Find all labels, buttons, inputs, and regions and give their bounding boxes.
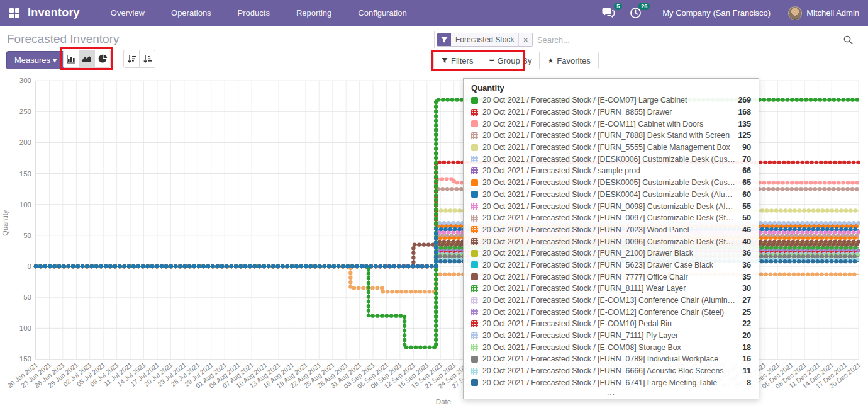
sort-descending-button[interactable] bbox=[123, 50, 140, 68]
nav-item-reporting[interactable]: Reporting bbox=[283, 0, 345, 26]
nav-item-overview[interactable]: Overview bbox=[97, 0, 158, 26]
apps-menu-icon[interactable] bbox=[9, 8, 19, 18]
search-bar[interactable]: Forecasted Stock ✕ bbox=[434, 31, 859, 48]
group-by-button[interactable]: ≡ Group By bbox=[481, 52, 540, 69]
tooltip-row: 20 Oct 2021 / Forecasted Stock / [FURN_8… bbox=[471, 106, 751, 118]
activities-badge: 26 bbox=[638, 3, 650, 10]
series-color-swatch bbox=[471, 167, 478, 174]
tooltip-row-value: 90 bbox=[742, 143, 751, 152]
series-color-swatch bbox=[471, 273, 478, 280]
nav-item-configuration[interactable]: Configuration bbox=[345, 0, 420, 26]
measures-button[interactable]: Measures ▾ bbox=[6, 51, 65, 69]
tooltip-row-label: 20 Oct 2021 / Forecasted Stock / [FURN_6… bbox=[482, 378, 740, 387]
series-color-swatch bbox=[471, 261, 478, 268]
sort-switcher bbox=[123, 50, 155, 68]
tooltip-row-value: 16 bbox=[742, 354, 751, 363]
company-switcher[interactable]: My Company (San Francisco) bbox=[662, 8, 771, 18]
bar-chart-button[interactable] bbox=[63, 50, 79, 68]
tooltip-row-value: 168 bbox=[738, 108, 751, 116]
pie-chart-button[interactable] bbox=[94, 50, 111, 68]
svg-text:-50: -50 bbox=[21, 293, 31, 301]
tooltip-row-value: 36 bbox=[742, 249, 751, 258]
tooltip-row: 20 Oct 2021 / Forecasted Stock / [FURN_5… bbox=[471, 259, 751, 271]
tooltip-row-label: 20 Oct 2021 / Forecasted Stock / [FURN_8… bbox=[482, 108, 732, 116]
tooltip-row-label: 20 Oct 2021 / Forecasted Stock / [DESK00… bbox=[482, 178, 736, 187]
tooltip-row-label: 20 Oct 2021 / Forecasted Stock / [E-COM1… bbox=[482, 319, 736, 328]
filters-button[interactable]: Filters bbox=[433, 52, 481, 69]
filter-funnel-icon bbox=[437, 33, 451, 46]
tooltip-row-value: 25 bbox=[742, 308, 751, 317]
tooltip-row-label: 20 Oct 2021 / Forecasted Stock / [FURN_5… bbox=[482, 143, 736, 152]
sort-ascending-button[interactable] bbox=[139, 50, 155, 68]
tooltip-row-label: 20 Oct 2021 / Forecasted Stock / [E-COM0… bbox=[482, 343, 736, 352]
chat-bubbles-icon bbox=[602, 7, 615, 19]
svg-text:250: 250 bbox=[19, 108, 31, 115]
tooltip-row: 20 Oct 2021 / Forecasted Stock / [E-COM0… bbox=[471, 341, 751, 353]
tooltip-row-label: 20 Oct 2021 / Forecasted Stock / [FURN_0… bbox=[482, 354, 736, 363]
caret-down-icon: ▾ bbox=[53, 55, 57, 65]
tooltip-row-label: 20 Oct 2021 / Forecasted Stock / [DESK00… bbox=[482, 155, 736, 164]
tooltip-row-value: 66 bbox=[742, 166, 751, 175]
facet-remove-icon[interactable]: ✕ bbox=[518, 33, 531, 46]
star-icon: ★ bbox=[547, 57, 554, 65]
tooltip-row: 20 Oct 2021 / Forecasted Stock / [FURN_7… bbox=[471, 271, 751, 283]
tooltip-row: 20 Oct 2021 / Forecasted Stock / [FURN_7… bbox=[471, 224, 751, 236]
svg-text:Date: Date bbox=[436, 398, 451, 405]
series-color-swatch bbox=[471, 332, 478, 339]
tooltip-row-label: 20 Oct 2021 / Forecasted Stock / [FURN_0… bbox=[482, 202, 736, 211]
tooltip-row-value: 125 bbox=[738, 131, 751, 140]
tooltip-row: 20 Oct 2021 / Forecasted Stock / [E-COM1… bbox=[471, 295, 751, 307]
tooltip-row-value: 65 bbox=[742, 178, 751, 187]
tooltip-more-ellipsis: ... bbox=[471, 388, 751, 396]
tooltip-row: 20 Oct 2021 / Forecasted Stock / [DESK00… bbox=[471, 177, 751, 189]
group-by-label: Group By bbox=[498, 56, 532, 65]
tooltip-row-value: 27 bbox=[742, 296, 751, 305]
search-input[interactable] bbox=[537, 35, 843, 45]
series-color-swatch bbox=[471, 144, 478, 151]
series-color-swatch bbox=[471, 297, 478, 304]
tooltip-header: Quantity bbox=[471, 83, 751, 93]
tooltip-row-label: 20 Oct 2021 / Forecasted Stock / [FURN_5… bbox=[482, 261, 736, 269]
svg-text:0: 0 bbox=[28, 263, 31, 270]
svg-text:Quantity: Quantity bbox=[1, 210, 9, 235]
page-title: Forecasted Inventory bbox=[7, 32, 119, 46]
tooltip-row-label: 20 Oct 2021 / Forecasted Stock / [DESK00… bbox=[482, 190, 736, 199]
tooltip-row-value: 36 bbox=[742, 261, 751, 269]
tooltip-row: 20 Oct 2021 / Forecasted Stock / [E-COM1… bbox=[471, 306, 751, 318]
tooltip-row-label: 20 Oct 2021 / Forecasted Stock / [E-COM1… bbox=[482, 308, 736, 317]
tooltip-row-label: 20 Oct 2021 / Forecasted Stock / [E-COM1… bbox=[482, 296, 736, 305]
nav-item-operations[interactable]: Operations bbox=[158, 0, 225, 26]
tooltip-row-label: 20 Oct 2021 / Forecasted Stock / [E-COM0… bbox=[482, 96, 732, 105]
app-brand[interactable]: Inventory bbox=[28, 6, 80, 20]
tooltip-row: 20 Oct 2021 / Forecasted Stock / [FURN_6… bbox=[471, 365, 751, 377]
svg-text:-150: -150 bbox=[17, 355, 31, 363]
tooltip-row-value: 269 bbox=[738, 96, 751, 105]
tooltip-row: 20 Oct 2021 / Forecasted Stock / [FURN_8… bbox=[471, 283, 751, 295]
chart-type-switcher bbox=[63, 50, 111, 68]
messages-icon[interactable]: 5 bbox=[602, 7, 616, 20]
group-by-icon: ≡ bbox=[489, 56, 494, 65]
inventory-app-window: Inventory OverviewOperationsProductsRepo… bbox=[0, 0, 868, 408]
tooltip-row: 20 Oct 2021 / Forecasted Stock / [E-COM1… bbox=[471, 318, 751, 330]
tooltip-row-value: 8 bbox=[747, 378, 751, 387]
search-icon[interactable] bbox=[843, 35, 853, 45]
series-color-swatch bbox=[471, 120, 478, 127]
favorites-button[interactable]: ★ Favorites bbox=[539, 52, 598, 69]
tooltip-row: 20 Oct 2021 / Forecasted Stock / [FURN_0… bbox=[471, 200, 751, 212]
tooltip-row: 20 Oct 2021 / Forecasted Stock / sample … bbox=[471, 165, 751, 177]
tooltip-row: 20 Oct 2021 / Forecasted Stock / [E-COM0… bbox=[471, 94, 751, 106]
line-chart-button[interactable] bbox=[79, 50, 95, 68]
tooltip-row-label: 20 Oct 2021 / Forecasted Stock / [FURN_6… bbox=[482, 366, 737, 375]
navbar-right: 5 26 My Company (San Francisco) Mitchell… bbox=[602, 6, 859, 20]
activities-icon[interactable]: 26 bbox=[630, 7, 643, 20]
series-color-swatch bbox=[471, 226, 478, 233]
nav-item-products[interactable]: Products bbox=[225, 0, 283, 26]
user-menu[interactable]: Mitchell Admin bbox=[806, 8, 859, 18]
tooltip-row-value: 60 bbox=[742, 190, 751, 199]
messages-badge: 5 bbox=[614, 3, 622, 10]
measures-label: Measures bbox=[14, 55, 50, 65]
tooltip-row-label: 20 Oct 2021 / Forecasted Stock / [FURN_7… bbox=[482, 225, 736, 234]
avatar[interactable] bbox=[788, 6, 802, 20]
tooltip-row-value: 46 bbox=[742, 225, 751, 234]
tooltip-row: 20 Oct 2021 / Forecasted Stock / [FURN_5… bbox=[471, 142, 751, 154]
